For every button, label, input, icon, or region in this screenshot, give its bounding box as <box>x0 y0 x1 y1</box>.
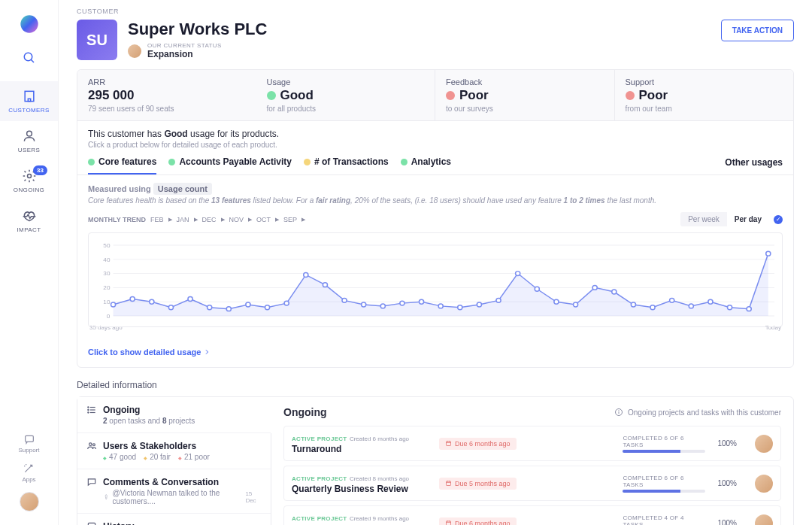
metric-value: Good <box>267 88 425 103</box>
status-dot <box>88 159 95 165</box>
due-badge: Due 5 months ago <box>439 478 517 490</box>
product-tab[interactable]: Accounts Payable Activity <box>168 156 292 174</box>
list-icon <box>86 405 97 415</box>
detail-content-info: Ongoing projects and tasks with this cus… <box>614 408 781 417</box>
svg-line-2 <box>31 59 34 62</box>
project-type: ACTIVE PROJECT <box>292 475 347 482</box>
month-nav[interactable]: JAN <box>177 216 189 223</box>
svg-point-56 <box>727 305 732 310</box>
svg-point-40 <box>419 299 423 304</box>
svg-text:30: 30 <box>103 271 111 278</box>
month-nav[interactable]: FEB <box>150 216 164 223</box>
detail-content-title: Ongoing <box>283 406 327 418</box>
detail-sidebar: Ongoing 2 open tasks and 8 projects User… <box>77 397 271 525</box>
svg-point-46 <box>535 287 539 291</box>
status-dot <box>446 91 455 100</box>
metric-usage[interactable]: Usage Good for all products <box>256 70 436 120</box>
svg-point-34 <box>304 273 308 278</box>
svg-point-38 <box>380 304 385 308</box>
svg-point-57 <box>747 307 751 311</box>
chevron-right-icon: ▶ <box>248 217 252 223</box>
svg-point-63 <box>88 409 89 410</box>
svg-point-55 <box>708 299 713 304</box>
metric-feedback[interactable]: Feedback Poor to our surveys <box>435 70 615 120</box>
project-name: Quarterly Business Review <box>292 484 427 494</box>
project-created: Created 6 months ago <box>350 435 409 442</box>
per-week-button[interactable]: Per week <box>680 212 727 226</box>
svg-point-33 <box>284 301 289 305</box>
usage-chart: 01020304050 <box>88 232 783 327</box>
nav-label: CUSTOMERS <box>8 107 50 114</box>
project-owner-avatar[interactable] <box>755 475 773 493</box>
user-icon <box>22 129 37 144</box>
svg-text:0: 0 <box>107 313 111 319</box>
other-usages-link[interactable]: Other usages <box>725 157 783 174</box>
chevron-right-icon: ▶ <box>275 217 279 223</box>
chevron-right-icon <box>204 349 210 355</box>
project-owner-avatar[interactable] <box>755 514 773 526</box>
svg-point-29 <box>208 305 212 310</box>
metric-label: Feedback <box>446 77 604 86</box>
metric-arr[interactable]: ARR 295 000 79 seen users of 90 seats <box>77 70 256 120</box>
nav-customers[interactable]: CUSTOMERS <box>0 81 58 121</box>
metric-value: 295 000 <box>88 88 246 103</box>
svg-point-65 <box>89 443 92 446</box>
product-tab[interactable]: # of Transactions <box>304 156 389 174</box>
detail-ongoing[interactable]: Ongoing 2 open tasks and 8 projects <box>77 397 271 433</box>
nav-badge: 33 <box>33 165 47 175</box>
svg-point-47 <box>554 299 559 304</box>
svg-point-71 <box>619 411 620 411</box>
due-badge: Due 6 months ago <box>439 438 517 450</box>
nav-ongoing[interactable]: ONGOING 33 <box>0 161 58 201</box>
status-dot <box>168 159 175 165</box>
project-owner-avatar[interactable] <box>755 435 773 453</box>
svg-point-30 <box>226 307 231 311</box>
project-row[interactable]: ACTIVE PROJECT Created 9 months ago Quar… <box>283 505 781 525</box>
nav-users[interactable]: USERS <box>0 121 58 161</box>
detailed-info-title: Detailed information <box>77 368 794 396</box>
project-row[interactable]: ACTIVE PROJECT Created 8 months ago Quar… <box>283 466 781 501</box>
metric-sub: from our team <box>626 105 783 113</box>
project-created: Created 8 months ago <box>350 475 409 482</box>
nav-impact[interactable]: IMPACT <box>0 201 58 241</box>
product-tab[interactable]: Core features <box>88 156 156 174</box>
summary-line: This customer has Good usage for its pro… <box>88 129 783 139</box>
sidebar: CUSTOMERS USERS ONGOING 33 IMPACT Suppor… <box>0 0 59 525</box>
month-nav[interactable]: OCT <box>256 216 271 223</box>
svg-point-10 <box>27 174 31 178</box>
project-progress: COMPLETED 6 OF 6 TASKS <box>623 475 705 493</box>
detail-conversation[interactable]: Comments & Conversation @Victoria Newman… <box>77 469 271 514</box>
status-label: OUR CURRENT STATUS <box>147 42 222 49</box>
project-row[interactable]: ACTIVE PROJECT Created 6 months ago Turn… <box>283 426 781 461</box>
project-percent: 100% <box>717 519 737 525</box>
metric-sub: to our surveys <box>446 105 604 113</box>
metric-support[interactable]: Support Poor from our team <box>615 70 794 120</box>
svg-text:50: 50 <box>103 242 111 249</box>
chart-period-toggle: Per week Per day ✓ <box>680 212 783 226</box>
month-nav[interactable]: NOV <box>229 216 244 223</box>
nav-apps[interactable]: Apps <box>22 463 35 483</box>
take-action-button[interactable]: TAKE ACTION <box>721 20 794 41</box>
breadcrumb: CUSTOMER <box>77 0 794 20</box>
detail-history[interactable]: History Project Onboarding - High Touch … <box>77 514 271 525</box>
nav-support[interactable]: Support <box>18 433 39 454</box>
nav-label: Support <box>18 447 39 454</box>
chevron-right-icon: ▶ <box>194 217 198 223</box>
show-detailed-usage-link[interactable]: Click to show detailed usage <box>77 340 793 367</box>
metric-value: Poor <box>446 88 604 103</box>
svg-point-66 <box>92 444 95 446</box>
chevron-right-icon: ▶ <box>221 217 225 223</box>
search-icon[interactable] <box>23 51 36 65</box>
detail-users[interactable]: Users & Stakeholders 47 good 20 fair 21 … <box>77 433 271 469</box>
svg-text:20: 20 <box>103 284 111 291</box>
svg-rect-80 <box>447 521 451 525</box>
svg-rect-76 <box>447 481 451 486</box>
status-dot <box>401 159 408 165</box>
product-tab[interactable]: Analytics <box>401 156 451 174</box>
user-avatar[interactable] <box>20 492 39 511</box>
month-nav[interactable]: SEP <box>283 216 297 223</box>
svg-point-58 <box>766 251 771 256</box>
svg-rect-11 <box>25 435 33 442</box>
month-nav[interactable]: DEC <box>202 216 217 223</box>
per-day-button[interactable]: Per day <box>727 212 769 226</box>
